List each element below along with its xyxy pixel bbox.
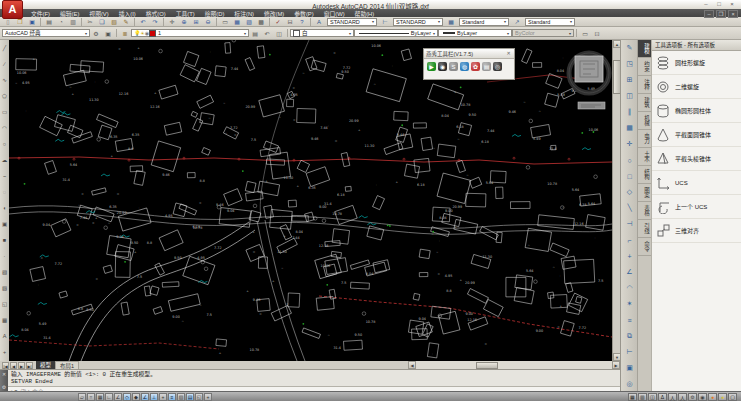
offset-icon[interactable]: ∥ bbox=[622, 104, 637, 120]
tool-palettes-icon[interactable]: ▨ bbox=[244, 17, 255, 27]
palette-tab-机械[interactable]: 机械 bbox=[638, 112, 651, 130]
layer-combo[interactable]: 💡 ☀ ◉ 1 ▾ bbox=[131, 29, 249, 37]
globe-icon[interactable]: ◍ bbox=[460, 62, 469, 71]
join-icon[interactable]: + bbox=[622, 248, 637, 264]
publish-icon[interactable]: ▥ bbox=[68, 17, 79, 27]
help-icon[interactable]: ? bbox=[297, 17, 308, 27]
mirror-icon[interactable]: ◫ bbox=[622, 88, 637, 104]
clean-screen-button[interactable]: ▢ bbox=[728, 393, 737, 401]
doc-minimize-icon[interactable]: – bbox=[704, 10, 714, 18]
match-properties-icon[interactable]: ✎ bbox=[121, 17, 132, 27]
palette-tab-注释[interactable]: 注释 bbox=[638, 76, 651, 94]
scroll-right-icon[interactable]: ▶ bbox=[612, 361, 620, 369]
snap-mode-toggle[interactable]: ⌗ bbox=[87, 393, 95, 401]
palette-tab-电力[interactable]: 电力 bbox=[638, 130, 651, 148]
palette-item-coil[interactable]: 圆柱形螺旋 bbox=[652, 51, 741, 75]
array-icon[interactable]: ▦ bbox=[622, 120, 637, 136]
toolbar-lock-button[interactable]: ◉ bbox=[698, 393, 707, 401]
object-snap-toggle[interactable]: ◇ bbox=[123, 393, 131, 401]
bars-icon[interactable]: ▤ bbox=[482, 62, 491, 71]
designcenter-icon[interactable]: ▦ bbox=[232, 17, 243, 27]
quick-properties-toggle[interactable]: ▤ bbox=[186, 393, 194, 401]
erase-icon[interactable]: ◳ bbox=[622, 56, 637, 72]
record-icon[interactable]: ◉ bbox=[438, 62, 447, 71]
fillet-icon[interactable]: ◠ bbox=[622, 280, 637, 296]
copy-icon[interactable]: ❏ bbox=[97, 17, 108, 27]
markup-icon[interactable]: ✓ bbox=[273, 17, 284, 27]
color-combo[interactable]: 白 ▾ bbox=[290, 29, 354, 37]
layer-isolate-icon[interactable]: ◫ bbox=[274, 28, 285, 38]
text-style-combo[interactable]: STANDARD▾ bbox=[327, 18, 377, 26]
copy-obj-icon[interactable]: ⊞ bbox=[622, 72, 637, 88]
tab-模型[interactable]: 模型 bbox=[36, 361, 55, 369]
pan-icon[interactable]: ✛ bbox=[167, 17, 178, 27]
polar-tracking-toggle[interactable]: ∠ bbox=[114, 393, 122, 401]
close-icon[interactable]: ✕ bbox=[505, 50, 512, 57]
break-icon[interactable]: ⌐ bbox=[622, 232, 637, 248]
lineweight-toggle[interactable]: ≡ bbox=[168, 393, 176, 401]
horizontal-scrollbar[interactable]: ◀ ▶ bbox=[408, 361, 620, 369]
infer-constraints-toggle[interactable]: ▱ bbox=[78, 393, 86, 401]
palette-item-ucs-prev[interactable]: 上一个 UCS bbox=[652, 195, 741, 219]
palette-item-cylinder[interactable]: 椭圆形圆柱体 bbox=[652, 99, 741, 123]
scroll-left-icon[interactable]: ◀ bbox=[408, 361, 416, 369]
undo-icon[interactable]: ↶ bbox=[138, 17, 149, 27]
grid-display-toggle[interactable]: ▦ bbox=[96, 393, 104, 401]
sheet-set-icon[interactable]: ▩ bbox=[256, 17, 267, 27]
palette-item-spiral[interactable]: 二维螺旋 bbox=[652, 75, 741, 99]
palette-tab-图案[interactable]: 图案 bbox=[638, 184, 651, 202]
explode-icon[interactable]: ✶ bbox=[622, 296, 637, 312]
annotation-monitor-toggle[interactable]: + bbox=[204, 393, 212, 401]
isolate-objects-button[interactable]: ● bbox=[718, 393, 727, 401]
palette-item-align[interactable]: 三维对齐 bbox=[652, 219, 741, 243]
tab-nav-button[interactable]: ◀ bbox=[10, 362, 17, 369]
tab-nav-button[interactable]: ▶| bbox=[26, 362, 33, 369]
command-palette-grip[interactable]: ✕ ⚙ bbox=[0, 370, 8, 392]
transparency-toggle[interactable]: ▨ bbox=[177, 393, 185, 401]
close-icon[interactable]: ✕ bbox=[2, 372, 6, 377]
properties-icon[interactable]: ▭ bbox=[220, 17, 231, 27]
palette-tab-表格[interactable]: 表格 bbox=[638, 202, 651, 220]
selection-cycling-toggle[interactable]: ◱ bbox=[195, 393, 203, 401]
zoom-previous-icon[interactable]: ⊖ bbox=[203, 17, 214, 27]
cut-icon[interactable]: ✂ bbox=[85, 17, 96, 27]
quick-view-layouts-button[interactable]: ▥ bbox=[638, 393, 647, 401]
mleader-style-combo[interactable]: Standard▾ bbox=[525, 18, 575, 26]
paste-icon[interactable]: ▧ bbox=[109, 17, 120, 27]
layer-previous-icon[interactable]: ↶ bbox=[262, 28, 273, 38]
block-icon[interactable]: ▣ bbox=[622, 360, 637, 376]
lens-icon[interactable]: ◎ bbox=[493, 62, 502, 71]
quick-view-drawings-button[interactable]: ◫ bbox=[648, 393, 657, 401]
annotation-scale-button[interactable]: Δ bbox=[658, 393, 667, 401]
horizontal-scroll-thumb[interactable] bbox=[476, 362, 498, 369]
view-icon[interactable]: ◎ bbox=[622, 376, 637, 392]
maximize-icon[interactable]: □ bbox=[714, 1, 724, 8]
table-style-combo[interactable]: Standard▾ bbox=[459, 18, 509, 26]
layer-states-icon[interactable]: ▤ bbox=[250, 28, 261, 38]
3d-object-snap-toggle[interactable]: ◆ bbox=[132, 393, 140, 401]
redo-icon[interactable]: ↷ bbox=[150, 17, 161, 27]
close-icon[interactable]: × bbox=[727, 1, 737, 8]
palette-tab-建筑[interactable]: 建筑 bbox=[638, 94, 651, 112]
trim-icon[interactable]: ╲ bbox=[622, 200, 637, 216]
linetype-combo[interactable]: ByLayer ▾ bbox=[354, 29, 438, 37]
layer-properties-icon[interactable]: ≣ bbox=[120, 28, 131, 38]
knot-icon[interactable]: S bbox=[449, 62, 458, 71]
palette-tab-命令[interactable]: 命令 bbox=[638, 238, 651, 256]
paperspace-icon[interactable]: ▭ bbox=[580, 28, 591, 38]
tab-nav-button[interactable]: |◀ bbox=[2, 362, 9, 369]
stretch-icon[interactable]: ◇ bbox=[622, 184, 637, 200]
extend-icon[interactable]: ⊣ bbox=[622, 216, 637, 232]
palette-tab-建模[interactable]: 建模 bbox=[638, 40, 651, 58]
dynamic-ucs-toggle[interactable]: ⊥ bbox=[150, 393, 158, 401]
autoscale-button[interactable]: 人 bbox=[678, 393, 687, 401]
zoom-window-icon[interactable]: ⊞ bbox=[191, 17, 202, 27]
lineweight-combo[interactable]: ByLayer ▾ bbox=[438, 29, 512, 37]
measure-icon[interactable]: ⊢ bbox=[622, 344, 637, 360]
palette-tab-土木[interactable]: 土木 bbox=[638, 148, 651, 166]
palette-tab-引线[interactable]: 引线 bbox=[638, 220, 651, 238]
plot-preview-icon[interactable]: ◔ bbox=[56, 17, 67, 27]
workspace-settings-icon[interactable]: ⚙ bbox=[91, 28, 102, 38]
floating-toolbox-titlebar[interactable]: 燕秀工具栏(V1.7.5) ✕ bbox=[424, 49, 514, 59]
doc-restore-icon[interactable]: ❐ bbox=[716, 10, 726, 18]
